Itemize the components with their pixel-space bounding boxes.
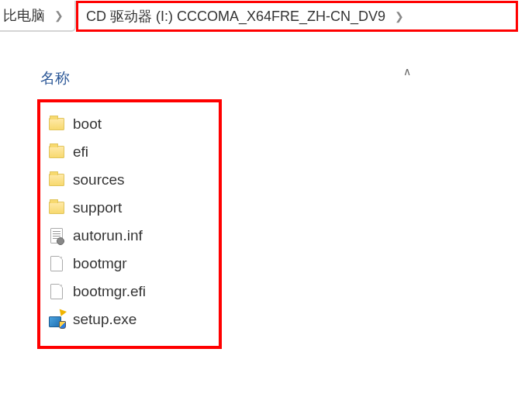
breadcrumb-location-label: CD 驱动器 (I:) CCCOMA_X64FRE_ZH-CN_DV9 — [83, 7, 389, 26]
breadcrumb-root-segment[interactable]: 比电脑 ❯ — [0, 1, 76, 32]
breadcrumb: 比电脑 ❯ CD 驱动器 (I:) CCCOMA_X64FRE_ZH-CN_DV… — [0, 0, 532, 33]
list-item[interactable]: autorun.inf — [45, 222, 214, 250]
list-item[interactable]: boot — [45, 110, 214, 138]
list-item[interactable]: setup.exe — [45, 306, 214, 333]
column-header-name[interactable]: 名称 — [37, 68, 532, 88]
item-label: bootmgr — [73, 255, 127, 272]
item-label: autorun.inf — [73, 227, 143, 244]
item-label: boot — [73, 116, 102, 133]
folder-icon — [48, 171, 65, 188]
chevron-right-icon: ❯ — [48, 9, 70, 22]
item-label: bootmgr.efi — [73, 283, 146, 300]
inf-file-icon — [48, 227, 65, 244]
content-area: ∧ 名称 boot efi sources support autorun.in… — [0, 33, 532, 349]
file-icon — [48, 283, 65, 300]
folder-icon — [48, 143, 65, 161]
list-item[interactable]: sources — [45, 166, 214, 194]
list-item[interactable]: bootmgr — [45, 250, 214, 278]
list-item[interactable]: support — [45, 194, 214, 222]
list-item[interactable]: bootmgr.efi — [45, 278, 214, 306]
item-label: support — [73, 199, 122, 216]
breadcrumb-root-label: 比电脑 — [0, 6, 48, 25]
breadcrumb-location-segment[interactable]: CD 驱动器 (I:) CCCOMA_X64FRE_ZH-CN_DV9 ❯ — [76, 1, 518, 32]
item-label: sources — [73, 171, 125, 188]
item-label: setup.exe — [73, 311, 136, 328]
sort-indicator-icon[interactable]: ∧ — [403, 65, 411, 78]
chevron-right-icon: ❯ — [389, 10, 410, 22]
item-label: efi — [73, 143, 88, 161]
folder-icon — [48, 116, 65, 133]
exe-installer-icon — [48, 311, 65, 328]
folder-icon — [48, 199, 65, 216]
file-list: boot efi sources support autorun.inf boo… — [37, 99, 222, 349]
file-icon — [48, 255, 65, 272]
list-item[interactable]: efi — [45, 138, 214, 166]
